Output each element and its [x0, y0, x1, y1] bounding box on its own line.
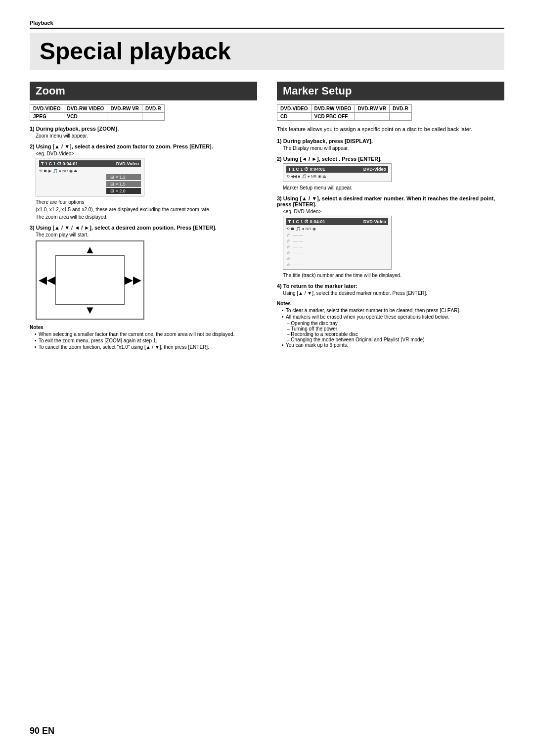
compat-cell: DVD-VIDEO [277, 105, 312, 113]
zoom-nav-inner [55, 255, 125, 305]
screen2-icons: ⟲ ◀◀ ■ 🎵 ● NR ◉ ⏏ [286, 174, 388, 179]
zoom-options-list: ⊞ × 1.2 ⊞ × 1.5 ⊞ × 2.0 [39, 174, 141, 194]
compat-cell: DVD-RW VIDEO [64, 105, 107, 113]
screen1-icons: ⟲ ⏹ ▶ 🎵 ● NR ◉ ⏏ [39, 169, 141, 173]
zoom-notes: Notes When selecting a smaller factor th… [30, 325, 257, 350]
marker-note-1: To clear a marker, select the marker num… [282, 308, 504, 313]
marker-compat-table: DVD-VIDEO DVD-RW VIDEO DVD-RW VR DVD-R C… [277, 104, 412, 121]
zoom-step1-sub: Zoom menu will appear. [36, 133, 257, 139]
zoom-option-2: ⊞ × 1.5 [106, 181, 141, 187]
zoom-step2-note1: There are four options [36, 199, 257, 205]
page-number: 90 EN [30, 726, 54, 736]
marker-note-2: All markers will be erased when you oper… [282, 314, 504, 320]
marker-step4-sub: Using [▲ / ▼], select the desired marker… [283, 290, 504, 296]
zoom-nav-diagram: ▲ ▼ ◀◀ ▶▶ [36, 240, 144, 320]
compat-cell: DVD-R [142, 105, 164, 113]
marker-screen2: T 1 C 1 ⏱ 0:04:01 DVD-Video ⟲ ◀◀ ■ 🎵 ● N… [283, 163, 392, 182]
marker-note-sub-2: – Turning off the power [287, 326, 504, 331]
screen3-icons: ⟲ ⏹ 🎵 ● NR ◉ [286, 227, 388, 231]
zoom-step3-header: 3) Using [▲ / ▼ / ◄ / ►], select a desir… [30, 225, 257, 231]
zoom-notes-title: Notes [30, 325, 257, 330]
compat-cell: DVD-RW VR [107, 105, 142, 113]
marker-note-3: You can mark up to 6 points. [282, 342, 504, 348]
compat-cell: JPEG [30, 113, 64, 121]
zoom-section: Zoom DVD-VIDEO DVD-RW VIDEO DVD-RW VR DV… [30, 82, 257, 351]
compat-cell: DVD-RW VR [355, 105, 390, 113]
arrow-right-icon: ▶▶ [125, 274, 141, 286]
marker-note-sub-4: – Changing the mode between Original and… [287, 337, 504, 342]
compat-cell: DVD-R [389, 105, 411, 113]
marker-section: Marker Setup DVD-VIDEO DVD-RW VIDEO DVD-… [277, 82, 504, 351]
zoom-option-1: ⊞ × 1.2 [106, 174, 141, 180]
marker-step1-header: 1) During playback, press [DISPLAY]. [277, 138, 504, 144]
arrow-left-icon: ◀◀ [39, 274, 55, 286]
zoom-step2-note3: The zoom area will be displayed. [36, 214, 257, 220]
screen3-header-left: T 1 C 1 ⏱ 0:04:01 [288, 219, 325, 224]
zoom-note-3: To cancel the zoom function, select "x1.… [35, 344, 257, 350]
zoom-note-2: To exit the zoom menu, press [ZOOM] agai… [35, 338, 257, 343]
zoom-section-title: Zoom [30, 82, 257, 100]
marker-row-6: ☆—— [286, 262, 388, 267]
screen2-header-right: DVD-Video [363, 167, 386, 172]
compat-cell: DVD-VIDEO [30, 105, 64, 113]
marker-step3-note: The title (track) number and the time wi… [283, 273, 504, 278]
zoom-step2-eg: <eg. DVD-Video> [36, 151, 257, 156]
zoom-step2-header: 2) Using [▲ / ▼], select a desired zoom … [30, 143, 257, 149]
marker-section-title: Marker Setup [277, 82, 504, 100]
marker-step3-header: 3) Using [▲ / ▼], select a desired marke… [277, 195, 504, 207]
screen3-header-right: DVD-Video [363, 219, 386, 224]
marker-step1-sub: The Display menu will appear. [283, 145, 504, 151]
arrow-up-icon: ▲ [85, 243, 95, 256]
page-title: Special playback [30, 33, 504, 70]
compat-cell: VCD PBC OFF [311, 113, 355, 121]
marker-rows-list: ☆—— ☆—— ☆—— ☆—— ☆—— ☆—— [286, 233, 388, 267]
marker-row-5: ☆—— [286, 256, 388, 261]
zoom-option-3: ⊞ × 2.0 [106, 188, 141, 194]
zoom-note-1: When selecting a smaller factor than the… [35, 331, 257, 337]
marker-intro: This feature allows you to assign a spec… [277, 126, 504, 133]
marker-step4-header: 4) To return to the marker later: [277, 283, 504, 289]
zoom-step3-sub: The zoom play will start. [36, 232, 257, 237]
compat-cell: DVD-RW VIDEO [311, 105, 355, 113]
marker-row-1: ☆—— [286, 233, 388, 237]
marker-notes: Notes To clear a marker, select the mark… [277, 301, 504, 348]
marker-note-sub-1: – Opening the disc tray [287, 321, 504, 326]
breadcrumb: Playback [30, 20, 504, 29]
marker-step3-eg: <eg. DVD-Video> [283, 209, 504, 214]
screen2-header-left: T 1 C 1 ⏱ 0:04:01 [288, 167, 325, 172]
screen1-header-right: DVD-Video [116, 161, 139, 166]
zoom-step1-header: 1) During playback, press [ZOOM]. [30, 126, 257, 132]
compat-cell: CD [277, 113, 312, 121]
zoom-compat-table: DVD-VIDEO DVD-RW VIDEO DVD-RW VR DVD-R J… [30, 104, 165, 121]
marker-row-3: ☆—— [286, 244, 388, 249]
marker-note-sub-3: – Recording to a recordable disc [287, 331, 504, 337]
marker-row-4: ☆—— [286, 250, 388, 255]
marker-row-2: ☆—— [286, 238, 388, 243]
screen1-header-left: T 1 C 1 ⏱ 0:04:01 [41, 161, 78, 166]
compat-cell: VCD [64, 113, 107, 121]
zoom-step2-note2: (x1.0, x1.2, x1.5 and x2.0), these are d… [36, 207, 257, 212]
marker-notes-title: Notes [277, 301, 504, 306]
marker-screen3: T 1 C 1 ⏱ 0:04:01 DVD-Video ⟲ ⏹ 🎵 ● NR ◉… [283, 216, 392, 270]
marker-step2-sub: Marker Setup menu will appear. [283, 185, 504, 190]
zoom-screen1: T 1 C 1 ⏱ 0:04:01 DVD-Video ⟲ ⏹ ▶ 🎵 ● NR… [36, 158, 144, 196]
arrow-down-icon: ▼ [85, 304, 95, 317]
marker-step2-header: 2) Using [◄ / ►], select . Press [ENTER]… [277, 156, 504, 162]
